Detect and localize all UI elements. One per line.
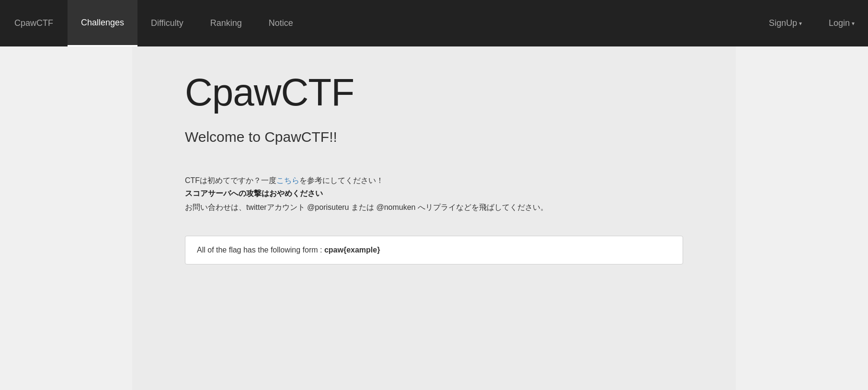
desc-bold: スコアサーバへの攻撃はおやめください — [185, 189, 683, 199]
page-title: CpawCTF — [185, 70, 683, 115]
main-wrapper: CpawCTF Welcome to CpawCTF!! CTFは初めてですか？… — [0, 46, 868, 390]
description-block: CTFは初めてですか？一度こちらを参考にしてください！ スコアサーバへの攻撃はお… — [185, 174, 683, 214]
login-label: Login — [829, 18, 850, 28]
login-arrow-icon: ▾ — [852, 20, 855, 27]
flag-text-before: All of the flag has the following form : — [197, 246, 324, 254]
nav-item-challenges[interactable]: Challenges — [68, 0, 137, 46]
nav-item-ranking[interactable]: Ranking — [197, 0, 255, 46]
nav-brand[interactable]: CpawCTF — [0, 0, 68, 46]
desc-link[interactable]: こちら — [276, 176, 299, 184]
signup-label: SignUp — [769, 18, 797, 28]
nav-item-notice[interactable]: Notice — [255, 0, 307, 46]
flag-text: All of the flag has the following form :… — [197, 246, 380, 254]
login-dropdown[interactable]: Login ▾ — [815, 0, 868, 46]
welcome-text: Welcome to CpawCTF!! — [185, 129, 683, 145]
flag-text-bold: cpaw{example} — [324, 246, 380, 254]
desc-line1: CTFは初めてですか？一度こちらを参考にしてください！ — [185, 176, 384, 184]
signup-arrow-icon: ▾ — [799, 20, 802, 27]
desc-line1-before: CTFは初めてですか？一度 — [185, 176, 276, 184]
nav-item-difficulty[interactable]: Difficulty — [137, 0, 197, 46]
navbar: CpawCTF Challenges Difficulty Ranking No… — [0, 0, 868, 46]
flag-box: All of the flag has the following form :… — [185, 236, 683, 264]
desc-line1-after: を参考にしてください！ — [299, 176, 384, 184]
content-area: CpawCTF Welcome to CpawCTF!! CTFは初めてですか？… — [132, 46, 736, 390]
desc-line2: お問い合わせは、twitterアカウント @porisuteru または @no… — [185, 203, 548, 211]
signup-dropdown[interactable]: SignUp ▾ — [755, 0, 815, 46]
